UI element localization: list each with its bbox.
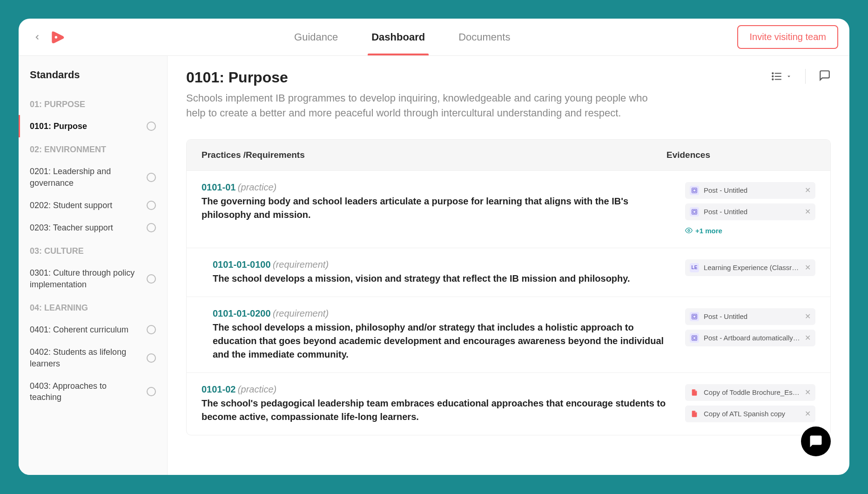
status-circle-icon bbox=[147, 122, 156, 131]
svg-point-5 bbox=[772, 76, 773, 77]
svg-rect-7 bbox=[692, 188, 697, 193]
practice-desc: The school's pedagogical leadership team… bbox=[202, 397, 674, 424]
remove-evidence-button[interactable]: ✕ bbox=[805, 263, 811, 272]
evidence-list: Post - Untitled✕Post - Untitled✕+1 more bbox=[685, 182, 815, 237]
remove-evidence-button[interactable]: ✕ bbox=[805, 333, 811, 342]
table-header: Practices /Requirements Evidences bbox=[187, 140, 830, 170]
evidence-label: Copy of ATL Spanish copy bbox=[704, 410, 801, 418]
sidebar-item[interactable]: 0101: Purpose bbox=[19, 115, 167, 137]
logo bbox=[48, 28, 67, 47]
practice-row: 0101-01 (practice)The governing body and… bbox=[187, 170, 830, 248]
practice-type: (requirement) bbox=[273, 259, 329, 270]
chat-icon bbox=[809, 434, 823, 448]
sidebar-item[interactable]: 0301: Culture through policy implementat… bbox=[19, 262, 167, 296]
sidebar-item-label: 0203: Teacher support bbox=[30, 222, 147, 233]
evidence-item[interactable]: Post - Untitled✕ bbox=[685, 182, 815, 199]
status-circle-icon bbox=[147, 173, 156, 182]
sidebar-item-label: 0201: Leadership and governance bbox=[30, 166, 147, 189]
practice-text: 0101-02 (practice)The school's pedagogic… bbox=[202, 384, 685, 424]
sidebar-item-label: 0202: Student support bbox=[30, 200, 147, 211]
evidence-list: LELearning Experience (Classroom...✕ bbox=[685, 259, 815, 276]
evidence-label: Post - Untitled bbox=[704, 208, 801, 216]
nav-tabs: GuidanceDashboardDocuments bbox=[67, 19, 737, 55]
le-icon: LE bbox=[690, 263, 699, 272]
evidence-item[interactable]: Post - Untitled✕ bbox=[685, 308, 815, 325]
sidebar-title: Standards bbox=[19, 69, 167, 92]
remove-evidence-button[interactable]: ✕ bbox=[805, 312, 811, 321]
status-circle-icon bbox=[147, 223, 156, 232]
sidebar-item[interactable]: 0403: Approaches to teaching bbox=[19, 375, 167, 409]
sidebar-item[interactable]: 0203: Teacher support bbox=[19, 217, 167, 239]
status-circle-icon bbox=[147, 353, 156, 363]
nav-tab-dashboard[interactable]: Dashboard bbox=[368, 19, 429, 55]
svg-rect-12 bbox=[692, 314, 697, 319]
sidebar-section-header: 02: ENVIRONMENT bbox=[19, 137, 167, 160]
content-area: Standards 01: PURPOSE0101: Purpose02: EN… bbox=[19, 56, 849, 475]
comments-button[interactable] bbox=[819, 69, 831, 83]
evidence-label: Post - Artboard automatically shi... bbox=[704, 334, 801, 342]
main-panel: 0101: Purpose Schools implement IB progr… bbox=[168, 56, 849, 475]
practice-desc: The school develops a mission, philosoph… bbox=[213, 321, 674, 361]
post-icon bbox=[690, 186, 699, 195]
remove-evidence-button[interactable]: ✕ bbox=[805, 409, 811, 418]
remove-evidence-button[interactable]: ✕ bbox=[805, 186, 811, 195]
list-icon bbox=[771, 70, 783, 82]
pdf-icon bbox=[690, 388, 699, 397]
page-header: 0101: Purpose Schools implement IB progr… bbox=[186, 69, 831, 121]
chevron-left-icon bbox=[33, 33, 41, 41]
svg-rect-9 bbox=[692, 210, 697, 215]
evidence-label: Learning Experience (Classroom... bbox=[704, 264, 801, 271]
practice-row: 0101-01-0100 (requirement)The school dev… bbox=[187, 248, 830, 297]
status-circle-icon bbox=[147, 274, 156, 284]
sidebar: Standards 01: PURPOSE0101: Purpose02: EN… bbox=[19, 56, 168, 475]
sidebar-section-header: 01: PURPOSE bbox=[19, 92, 167, 115]
header-actions bbox=[771, 69, 831, 84]
sidebar-item[interactable]: 0401: Coherent curriculum bbox=[19, 318, 167, 341]
page-title: 0101: Purpose bbox=[186, 69, 661, 86]
evidence-more-link[interactable]: +1 more bbox=[685, 225, 815, 237]
col-header-evidences: Evidences bbox=[666, 150, 815, 160]
practice-code: 0101-01-0200 bbox=[213, 308, 271, 318]
evidence-list: Copy of Toddle Brochure_Español✕Copy of … bbox=[685, 384, 815, 422]
practice-type: (requirement) bbox=[273, 308, 329, 318]
evidence-label: Post - Untitled bbox=[704, 186, 801, 194]
chat-launcher[interactable] bbox=[801, 426, 831, 456]
page-description: Schools implement IB programmes to devel… bbox=[186, 91, 661, 121]
evidence-list: Post - Untitled✕Post - Artboard automati… bbox=[685, 308, 815, 346]
svg-rect-14 bbox=[692, 336, 697, 341]
post-icon bbox=[690, 333, 699, 343]
nav-tab-documents[interactable]: Documents bbox=[455, 19, 514, 55]
evidence-item[interactable]: Post - Artboard automatically shi...✕ bbox=[685, 330, 815, 346]
app-window: GuidanceDashboardDocuments Invite visiti… bbox=[19, 19, 849, 475]
sidebar-item[interactable]: 0202: Student support bbox=[19, 194, 167, 217]
sidebar-item[interactable]: 0201: Leadership and governance bbox=[19, 160, 167, 194]
sidebar-item[interactable]: 0402: Students as lifelong learners bbox=[19, 341, 167, 375]
evidence-item[interactable]: Copy of ATL Spanish copy✕ bbox=[685, 406, 815, 422]
practice-row: 0101-01-0200 (requirement)The school dev… bbox=[187, 297, 830, 372]
sidebar-item-label: 0403: Approaches to teaching bbox=[30, 380, 147, 403]
sidebar-item-label: 0401: Coherent curriculum bbox=[30, 324, 147, 335]
nav-tab-guidance[interactable]: Guidance bbox=[290, 19, 342, 55]
svg-rect-8 bbox=[693, 189, 696, 192]
evidence-item[interactable]: LELearning Experience (Classroom...✕ bbox=[685, 259, 815, 276]
invite-button[interactable]: Invite visiting team bbox=[737, 25, 838, 49]
back-button[interactable] bbox=[30, 30, 45, 45]
practice-code: 0101-01-0100 bbox=[213, 259, 271, 270]
practice-code: 0101-01 bbox=[202, 182, 236, 192]
evidence-item[interactable]: Post - Untitled✕ bbox=[685, 203, 815, 220]
svg-point-11 bbox=[688, 230, 690, 231]
practice-row: 0101-02 (practice)The school's pedagogic… bbox=[187, 372, 830, 435]
sidebar-section-header: 03: CULTURE bbox=[19, 239, 167, 262]
evidence-label: Copy of Toddle Brochure_Español bbox=[704, 388, 801, 396]
status-circle-icon bbox=[147, 325, 156, 334]
eye-icon bbox=[685, 227, 693, 234]
evidence-item[interactable]: Copy of Toddle Brochure_Español✕ bbox=[685, 384, 815, 401]
practice-code: 0101-02 bbox=[202, 384, 236, 394]
remove-evidence-button[interactable]: ✕ bbox=[805, 207, 811, 216]
practice-text: 0101-01-0200 (requirement)The school dev… bbox=[213, 308, 685, 361]
practice-type: (practice) bbox=[238, 182, 276, 192]
remove-evidence-button[interactable]: ✕ bbox=[805, 388, 811, 397]
view-toggle[interactable] bbox=[771, 70, 792, 82]
practice-desc: The school develops a mission, vision an… bbox=[213, 272, 674, 285]
sidebar-item-label: 0402: Students as lifelong learners bbox=[30, 346, 147, 369]
